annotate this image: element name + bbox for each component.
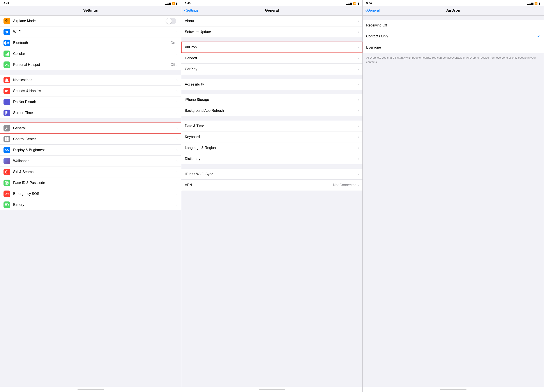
wifi-chevron: ›	[177, 30, 177, 34]
row-ituneswifi[interactable]: iTunes Wi-Fi Sync ›	[181, 169, 362, 180]
status-icons-general: ▂▄▆ 📶 ▮	[346, 2, 359, 5]
datetime-chevron: ›	[358, 124, 359, 128]
hotspot-icon	[4, 62, 10, 68]
airplane-icon: ✈	[4, 18, 10, 24]
back-to-settings[interactable]: ‹ Settings	[184, 8, 198, 12]
bluetooth-icon: ∗	[4, 40, 10, 46]
airdrop-scroll[interactable]: Receiving Off Contacts Only ✓ Everyone A…	[363, 16, 544, 387]
row-bluetooth[interactable]: ∗ Bluetooth On ›	[0, 37, 181, 48]
row-screentime[interactable]: Screen Time ›	[0, 107, 181, 118]
row-faceid[interactable]: Face ID & Passcode ›	[0, 177, 181, 188]
time-settings: 5:41	[4, 2, 9, 5]
row-general[interactable]: General ›	[0, 123, 181, 134]
siri-label: Siri & Search	[13, 170, 177, 174]
about-chevron: ›	[358, 19, 359, 23]
back-to-general[interactable]: ‹ General	[365, 8, 380, 12]
row-cellular[interactable]: Cellular ›	[0, 48, 181, 59]
row-accessibility[interactable]: Accessibility ›	[181, 79, 362, 90]
back-chevron-airdrop: ‹	[365, 8, 367, 12]
carplay-label: CarPlay	[185, 67, 358, 71]
svg-rect-1	[6, 54, 6, 56]
airplane-toggle-thumb	[166, 18, 172, 24]
row-airplane[interactable]: ✈ Airplane Mode	[0, 16, 181, 26]
row-softwareupdate[interactable]: Software Update ›	[181, 26, 362, 37]
display-icon: AA	[4, 147, 10, 153]
row-airdrop[interactable]: AirDrop ›	[181, 42, 362, 53]
home-indicator-2	[181, 387, 362, 392]
accessibility-chevron: ›	[358, 82, 359, 86]
gap-g4	[181, 116, 362, 121]
ituneswifi-label: iTunes Wi-Fi Sync	[185, 172, 358, 176]
controlcenter-chevron: ›	[177, 137, 177, 141]
row-handoff[interactable]: Handoff ›	[181, 53, 362, 64]
notifications-icon	[4, 77, 10, 83]
everyone-label: Everyone	[366, 46, 540, 49]
settings-nav-title: Settings	[83, 8, 98, 13]
iphonestorage-label: iPhone Storage	[185, 98, 358, 102]
row-backgroundapp[interactable]: Background App Refresh ›	[181, 105, 362, 116]
row-wifi[interactable]: Wi-Fi ›	[0, 26, 181, 37]
row-sounds[interactable]: Sounds & Haptics ›	[0, 86, 181, 97]
svg-rect-11	[5, 139, 6, 141]
general-nav-title: General	[265, 8, 279, 13]
keyboard-label: Keyboard	[185, 135, 358, 139]
row-battery[interactable]: Battery ›	[0, 199, 181, 210]
row-siri[interactable]: Siri & Search ›	[0, 167, 181, 177]
gap-g5	[181, 164, 362, 169]
row-carplay[interactable]: CarPlay ›	[181, 64, 362, 75]
general-scroll[interactable]: About › Software Update › AirDrop › Hand…	[181, 16, 362, 387]
row-about[interactable]: About ›	[181, 16, 362, 26]
back-label-airdrop: General	[367, 9, 380, 12]
home-indicator-1	[0, 387, 181, 392]
row-datetime[interactable]: Date & Time ›	[181, 121, 362, 132]
home-bar-2	[259, 389, 285, 390]
svg-rect-3	[8, 52, 9, 56]
cellular-label: Cellular	[13, 52, 177, 56]
settings-panel: 5:41 ▂▄▆ 📶 ▮ Settings ✈ Airplane Mode	[0, 0, 181, 392]
row-wallpaper[interactable]: Wallpaper ›	[0, 156, 181, 167]
gap-a0	[363, 16, 544, 20]
row-sos[interactable]: SOS Emergency SOS ›	[0, 188, 181, 199]
controlcenter-icon	[4, 136, 10, 142]
option-contacts-only[interactable]: Contacts Only ✓	[363, 31, 544, 42]
iphonestorage-chevron: ›	[358, 98, 359, 102]
gap-g1	[181, 37, 362, 42]
row-donotdisturb[interactable]: Do Not Disturb ›	[0, 97, 181, 107]
airplane-toggle[interactable]	[166, 18, 176, 24]
donotdisturb-icon	[4, 99, 10, 105]
sounds-label: Sounds & Haptics	[13, 89, 177, 93]
battery-chevron: ›	[177, 203, 177, 207]
vpn-value: Not Connected	[333, 183, 356, 187]
screentime-icon	[4, 110, 10, 116]
option-everyone[interactable]: Everyone	[363, 42, 544, 53]
siri-chevron: ›	[177, 170, 177, 174]
row-hotspot[interactable]: Personal Hotspot Off ›	[0, 59, 181, 70]
display-chevron: ›	[177, 148, 177, 152]
dictionary-chevron: ›	[358, 157, 359, 161]
about-label: About	[185, 19, 358, 23]
row-keyboard[interactable]: Keyboard ›	[181, 132, 362, 142]
general-chevron: ›	[177, 126, 177, 130]
nav-bar-general: ‹ Settings General	[181, 6, 362, 16]
general-section-1: About › Software Update ›	[181, 16, 362, 37]
signal-icon: ▂▄▆	[165, 2, 171, 5]
row-language[interactable]: Language & Region ›	[181, 142, 362, 153]
svg-point-17	[7, 182, 8, 183]
status-bar-settings: 5:41 ▂▄▆ 📶 ▮	[0, 0, 181, 6]
option-receiving-off[interactable]: Receiving Off	[363, 20, 544, 31]
row-dictionary[interactable]: Dictionary ›	[181, 153, 362, 164]
settings-scroll[interactable]: ✈ Airplane Mode Wi-Fi ›	[0, 16, 181, 387]
svg-point-14	[6, 172, 7, 172]
bottom-spacing-g	[181, 190, 362, 197]
notifications-label: Notifications	[13, 78, 177, 82]
cellular-icon	[4, 51, 10, 57]
row-iphonestorage[interactable]: iPhone Storage ›	[181, 94, 362, 105]
row-notifications[interactable]: Notifications ›	[0, 75, 181, 86]
row-vpn[interactable]: VPN Not Connected ›	[181, 180, 362, 190]
row-display[interactable]: AA Display & Brightness ›	[0, 144, 181, 156]
time-airdrop: 5:40	[366, 2, 372, 5]
battery-icon: ▮	[176, 2, 177, 5]
wallpaper-icon	[4, 158, 10, 164]
contacts-only-label: Contacts Only	[366, 34, 537, 38]
row-controlcenter[interactable]: Control Center ›	[0, 134, 181, 144]
